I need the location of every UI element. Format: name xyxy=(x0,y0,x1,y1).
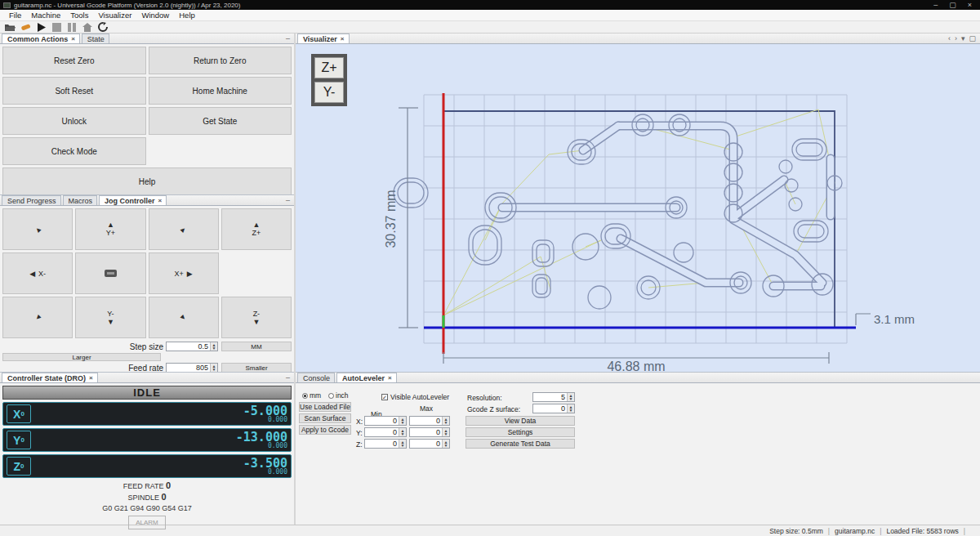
tab-jog-controller[interactable]: Jog Controller × xyxy=(99,195,167,205)
use-loaded-file-button[interactable]: Use Loaded File xyxy=(299,402,351,412)
spinner-arrows-icon[interactable]: ▲▼ xyxy=(567,393,574,401)
stop-icon[interactable] xyxy=(50,22,63,33)
jog-controller-panel: Send Progress Macros Jog Controller × – … xyxy=(0,194,294,372)
max-column-label: Max xyxy=(420,404,433,413)
scroll-right-icon[interactable]: › xyxy=(955,34,957,42)
play-icon[interactable] xyxy=(34,22,47,33)
return-to-zero-button[interactable]: Return to Zero xyxy=(149,47,292,74)
resolution-stepper[interactable]: 5▲▼ xyxy=(532,392,575,402)
close-button[interactable]: × xyxy=(968,1,972,9)
minimize-button[interactable]: – xyxy=(933,1,938,9)
tab-send-progress[interactable]: Send Progress xyxy=(2,195,61,205)
menu-visualizer[interactable]: Visualizer xyxy=(93,11,136,20)
home-icon[interactable] xyxy=(81,22,94,33)
generate-test-data-button[interactable]: Generate Test Data xyxy=(466,439,575,449)
spinner-arrows-icon[interactable]: ▲▼ xyxy=(567,404,574,413)
z-surface-stepper[interactable]: 0▲▼ xyxy=(532,404,575,413)
x-zero-button[interactable]: X0 xyxy=(7,404,31,423)
jog-xplus-yplus-button[interactable]: ▲ xyxy=(149,208,219,250)
close-icon[interactable]: × xyxy=(89,374,93,382)
connect-icon[interactable] xyxy=(19,22,32,33)
jog-zminus-button[interactable]: Z-▼ xyxy=(221,297,292,338)
tab-console[interactable]: Console xyxy=(297,373,335,382)
app-icon xyxy=(3,2,11,8)
z-zero-button[interactable]: Z0 xyxy=(7,457,31,476)
z-max-stepper[interactable]: 0▲▼ xyxy=(409,439,450,449)
x-max-stepper[interactable]: 0▲▼ xyxy=(409,416,450,426)
spinner-arrows-icon[interactable]: ▲▼ xyxy=(210,342,217,351)
menu-window[interactable]: Window xyxy=(136,11,174,20)
spinner-arrows-icon[interactable]: ▲▼ xyxy=(210,364,217,372)
arrow-up-icon: ▲ xyxy=(107,221,114,228)
home-machine-button[interactable]: Home Machine xyxy=(149,77,292,105)
close-icon[interactable]: × xyxy=(341,35,345,42)
menu-help[interactable]: Help xyxy=(174,11,200,20)
spinner-arrows-icon[interactable]: ▲▼ xyxy=(442,417,449,425)
step-larger-button[interactable]: Larger xyxy=(2,353,161,361)
y-min-stepper[interactable]: 0▲▼ xyxy=(364,427,407,437)
close-icon[interactable]: × xyxy=(388,374,392,382)
spinner-arrows-icon[interactable]: ▲▼ xyxy=(399,417,406,425)
y-work-position: -13.000 xyxy=(236,431,287,443)
jog-yplus-button[interactable]: ▲Y+ xyxy=(75,208,145,250)
maximize-panel-icon[interactable]: ▢ xyxy=(969,34,976,42)
pause-icon[interactable] xyxy=(65,22,78,33)
jog-xminus-yplus-button[interactable]: ▲ xyxy=(2,208,73,250)
tab-common-actions[interactable]: Common Actions × xyxy=(2,34,80,43)
reset-zero-button[interactable]: Reset Zero xyxy=(2,47,146,74)
close-icon[interactable]: × xyxy=(158,197,163,204)
step-size-stepper[interactable]: 0.5▲▼ xyxy=(166,342,218,351)
tab-visualizer[interactable]: Visualizer × xyxy=(297,34,350,43)
maximize-button[interactable]: ▢ xyxy=(949,1,956,9)
tab-controller-state[interactable]: Controller State (DRO) × xyxy=(2,373,98,382)
y-max-stepper[interactable]: 0▲▼ xyxy=(409,427,450,437)
minimize-panel-icon[interactable]: – xyxy=(286,196,290,204)
view-yminus-button[interactable]: Y- xyxy=(314,82,344,103)
menu-file[interactable]: File xyxy=(4,11,26,20)
jog-zplus-button[interactable]: ▲Z+ xyxy=(221,208,292,250)
jog-xminus-button[interactable]: ◀X- xyxy=(2,252,73,294)
soft-reset-icon[interactable] xyxy=(96,22,109,33)
unit-mm-radio[interactable]: mm xyxy=(302,391,321,400)
y-zero-button[interactable]: Y0 xyxy=(7,431,31,449)
x-min-stepper[interactable]: 0▲▼ xyxy=(364,416,407,426)
menu-tools[interactable]: Tools xyxy=(65,11,93,20)
menu-machine[interactable]: Machine xyxy=(26,11,65,20)
jog-xminus-yminus-button[interactable]: ▲ xyxy=(2,297,73,338)
minimize-panel-icon[interactable]: – xyxy=(286,34,290,42)
spinner-arrows-icon[interactable]: ▲▼ xyxy=(399,428,406,436)
alarm-button[interactable]: ALARM xyxy=(128,516,166,529)
unit-toggle-button[interactable]: MM xyxy=(221,342,292,351)
view-zplus-button[interactable]: Z+ xyxy=(314,57,344,78)
tab-autoleveler[interactable]: AutoLeveler × xyxy=(336,373,397,382)
dro-axis-z: Z0 -3.5000.000 xyxy=(2,454,292,478)
jog-xplus-yminus-button[interactable]: ▲ xyxy=(149,297,219,338)
visible-autoleveler-checkbox[interactable]: ✓ Visible AutoLeveler xyxy=(381,393,449,401)
unlock-button[interactable]: Unlock xyxy=(2,107,146,135)
spinner-arrows-icon[interactable]: ▲▼ xyxy=(399,440,406,448)
gcode-visualizer-canvas[interactable]: 30.37 mm 46.88 mm 3.1 mm Z+ Y- xyxy=(296,44,980,372)
scan-surface-button[interactable]: Scan Surface xyxy=(299,413,351,423)
z-min-stepper[interactable]: 0▲▼ xyxy=(364,439,407,449)
get-state-button[interactable]: Get State xyxy=(149,107,292,135)
minimize-panel-icon[interactable]: – xyxy=(286,373,290,382)
jog-keyboard-button[interactable] xyxy=(75,252,145,294)
help-button[interactable]: Help xyxy=(2,168,292,195)
tab-macros[interactable]: Macros xyxy=(63,195,98,205)
jog-yminus-button[interactable]: Y-▼ xyxy=(75,297,145,338)
dro-axis-y: Y0 -13.0000.000 xyxy=(2,428,292,452)
soft-reset-button[interactable]: Soft Reset xyxy=(2,77,146,105)
spinner-arrows-icon[interactable]: ▲▼ xyxy=(442,428,449,436)
open-file-icon[interactable] xyxy=(3,22,16,33)
check-mode-button[interactable]: Check Mode xyxy=(2,137,146,165)
jog-xplus-button[interactable]: X+▶ xyxy=(149,252,219,294)
spinner-arrows-icon[interactable]: ▲▼ xyxy=(442,440,449,448)
scroll-left-icon[interactable]: ‹ xyxy=(948,34,951,42)
settings-button[interactable]: Settings xyxy=(466,427,575,437)
tab-list-icon[interactable]: ▾ xyxy=(961,34,965,42)
tab-state[interactable]: State xyxy=(82,34,109,43)
apply-to-gcode-button[interactable]: Apply to Gcode xyxy=(299,425,351,435)
view-data-button[interactable]: View Data xyxy=(466,416,575,426)
close-icon[interactable]: × xyxy=(71,35,75,42)
unit-inch-radio[interactable]: inch xyxy=(328,391,349,400)
